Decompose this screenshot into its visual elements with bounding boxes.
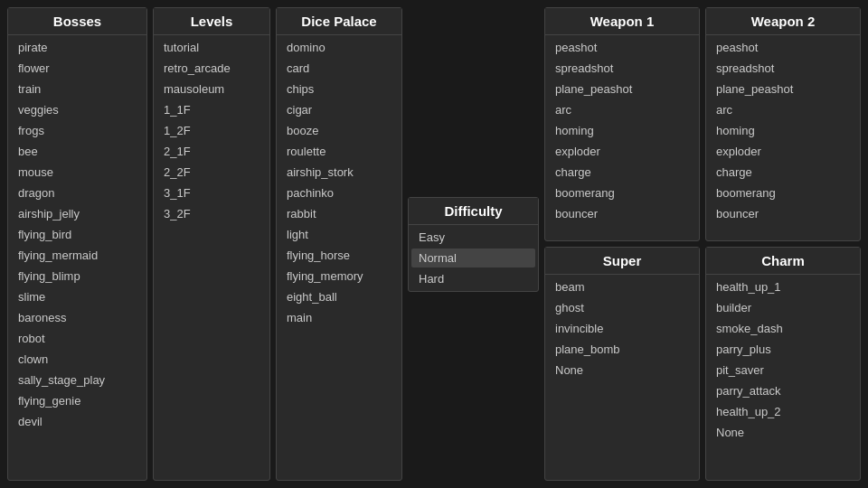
list-item[interactable]: pit_saver [709,361,857,380]
bosses-panel: Bosses pirateflowertrainveggiesfrogsbeem… [7,7,147,481]
list-item[interactable]: smoke_dash [709,319,857,338]
list-item[interactable]: flying_genie [11,391,144,410]
list-item[interactable]: spreadshot [709,59,857,78]
list-item[interactable]: airship_stork [279,163,399,182]
list-item[interactable]: pirate [11,38,144,57]
weapon2-area: Weapon 2 peashotspreadshotplane_peashota… [705,7,861,481]
weapon2-list: peashotspreadshotplane_peashotarchominge… [706,35,860,240]
list-item[interactable]: arc [548,100,696,119]
list-item[interactable]: spreadshot [548,59,696,78]
list-item[interactable]: frogs [11,121,144,140]
list-item[interactable]: plane_bomb [548,340,696,359]
super-header: Super [545,248,699,275]
list-item[interactable]: charge [548,163,696,182]
list-item[interactable]: flying_bird [11,225,144,244]
charm-header: Charm [706,248,860,275]
list-item[interactable]: peashot [709,38,857,57]
levels-panel: Levels tutorialretro_arcademausoleum1_1F… [153,7,270,481]
dice-palace-panel: Dice Palace dominocardchipscigarboozerou… [276,7,402,481]
list-item[interactable]: boomerang [709,183,857,202]
list-item[interactable]: exploder [548,142,696,161]
weapon2-header: Weapon 2 [706,8,860,35]
list-item[interactable]: beam [548,277,696,296]
list-item[interactable]: roulette [279,142,399,161]
levels-header: Levels [154,8,269,35]
list-item[interactable]: domino [279,38,399,57]
list-item[interactable]: 1_2F [156,121,267,140]
bosses-header: Bosses [8,8,146,35]
center-area: Difficulty EasyNormalHard [408,7,539,481]
weapon1-header: Weapon 1 [545,8,699,35]
list-item[interactable]: eight_ball [279,287,399,306]
list-item[interactable]: 3_2F [156,204,267,223]
list-item[interactable]: devil [11,412,144,431]
list-item[interactable]: mausoleum [156,80,267,99]
list-item[interactable]: 2_2F [156,163,267,182]
list-item[interactable]: dragon [11,183,144,202]
list-item[interactable]: card [279,59,399,78]
list-item[interactable]: flying_memory [279,267,399,286]
list-item[interactable]: bouncer [548,204,696,223]
list-item[interactable]: homing [548,121,696,140]
list-item[interactable]: light [279,225,399,244]
list-item[interactable]: flying_blimp [11,267,144,286]
list-item[interactable]: 2_1F [156,142,267,161]
list-item[interactable]: bouncer [709,204,857,223]
list-item[interactable]: pachinko [279,183,399,202]
charm-panel: Charm health_up_1buildersmoke_dashparry_… [705,247,861,481]
list-item[interactable]: sally_stage_play [11,371,144,389]
list-item[interactable]: 3_1F [156,183,267,202]
bosses-list: pirateflowertrainveggiesfrogsbeemousedra… [8,35,146,480]
list-item[interactable]: peashot [548,38,696,57]
list-item[interactable]: clown [11,350,144,369]
list-item[interactable]: Hard [411,269,535,288]
charm-list: health_up_1buildersmoke_dashparry_pluspi… [706,275,860,480]
list-item[interactable]: booze [279,121,399,140]
list-item[interactable]: slime [11,287,144,306]
weapon2-panel: Weapon 2 peashotspreadshotplane_peashota… [705,7,861,241]
list-item[interactable]: builder [709,298,857,317]
list-item[interactable]: mouse [11,163,144,182]
weapon1-area: Weapon 1 peashotspreadshotplane_peashota… [544,7,700,481]
list-item[interactable]: flying_horse [279,246,399,265]
list-item[interactable]: Easy [411,228,535,247]
list-item[interactable]: retro_arcade [156,59,267,78]
difficulty-panel: Difficulty EasyNormalHard [408,197,539,292]
list-item[interactable]: train [11,80,144,99]
list-item[interactable]: chips [279,80,399,99]
list-item[interactable]: health_up_1 [709,277,857,296]
list-item[interactable]: bee [11,142,144,161]
super-list: beamghostinvincibleplane_bombNone [545,275,699,480]
list-item[interactable]: Normal [411,249,535,267]
list-item[interactable]: plane_peashot [548,80,696,99]
right-area: Weapon 1 peashotspreadshotplane_peashota… [544,7,861,481]
list-item[interactable]: exploder [709,142,857,161]
list-item[interactable]: health_up_2 [709,402,857,421]
difficulty-header: Difficulty [409,198,538,225]
list-item[interactable]: airship_jelly [11,204,144,223]
list-item[interactable]: baroness [11,308,144,327]
list-item[interactable]: 1_1F [156,100,267,119]
levels-list: tutorialretro_arcademausoleum1_1F1_2F2_1… [154,35,269,480]
list-item[interactable]: veggies [11,100,144,119]
list-item[interactable]: main [279,308,399,327]
list-item[interactable]: flying_mermaid [11,246,144,265]
list-item[interactable]: cigar [279,100,399,119]
dice-palace-list: dominocardchipscigarboozerouletteairship… [277,35,401,480]
list-item[interactable]: parry_attack [709,381,857,400]
list-item[interactable]: None [709,423,857,442]
list-item[interactable]: flower [11,59,144,78]
list-item[interactable]: ghost [548,298,696,317]
list-item[interactable]: tutorial [156,38,267,57]
list-item[interactable]: rabbit [279,204,399,223]
list-item[interactable]: charge [709,163,857,182]
list-item[interactable]: arc [709,100,857,119]
list-item[interactable]: invincible [548,319,696,338]
list-item[interactable]: robot [11,329,144,348]
list-item[interactable]: None [548,361,696,380]
list-item[interactable]: homing [709,121,857,140]
list-item[interactable]: plane_peashot [709,80,857,99]
weapon1-list: peashotspreadshotplane_peashotarchominge… [545,35,699,240]
list-item[interactable]: boomerang [548,183,696,202]
list-item[interactable]: parry_plus [709,340,857,359]
